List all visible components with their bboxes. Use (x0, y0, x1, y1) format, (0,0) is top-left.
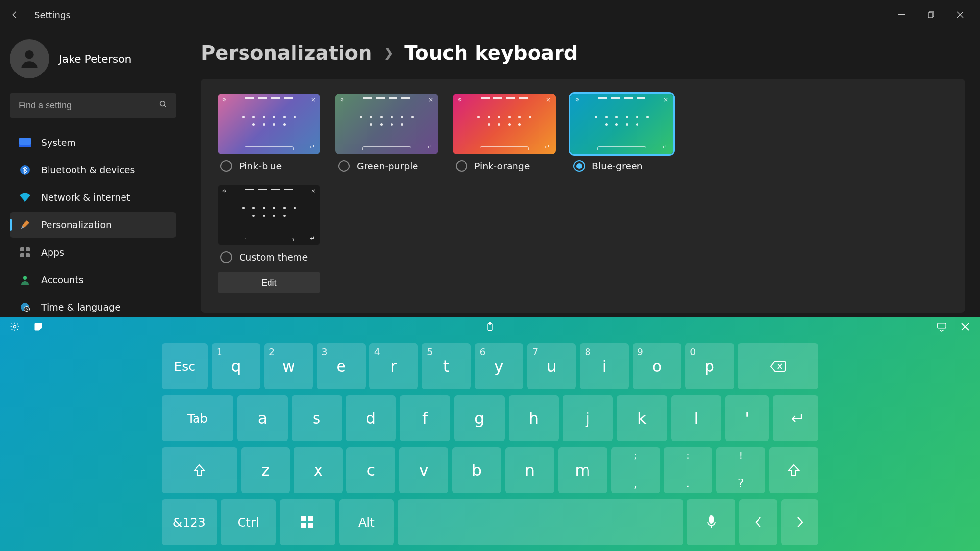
key-m[interactable]: m (558, 447, 607, 493)
key-t[interactable]: 5t (422, 343, 470, 389)
keyboard-clipboard-icon[interactable] (484, 321, 496, 333)
key-comma[interactable]: ;, (611, 447, 660, 493)
back-button[interactable] (5, 5, 24, 24)
svg-rect-23 (308, 523, 313, 528)
key-r[interactable]: 4r (369, 343, 418, 389)
key-g[interactable]: g (454, 395, 505, 441)
sidebar-item-bluetooth[interactable]: Bluetooth & devices (10, 157, 176, 183)
key-shift-right[interactable] (769, 447, 818, 493)
keyboard-sticker-icon[interactable] (32, 321, 44, 333)
key-shift-left[interactable] (162, 447, 237, 493)
key-j[interactable]: j (563, 395, 613, 441)
sidebar-item-system[interactable]: System (10, 130, 176, 155)
theme-thumb-pinkorange[interactable]: ⚙ × ↵ (453, 94, 556, 154)
key-c[interactable]: c (346, 447, 395, 493)
key-l[interactable]: l (671, 395, 722, 441)
wifi-icon (19, 191, 31, 204)
key-h[interactable]: h (509, 395, 559, 441)
key-s[interactable]: s (292, 395, 342, 441)
svg-rect-11 (26, 253, 30, 257)
key-numsym[interactable]: &123 (162, 499, 217, 545)
key-n[interactable]: n (505, 447, 554, 493)
key-z[interactable]: z (241, 447, 290, 493)
svg-rect-9 (26, 247, 30, 251)
svg-rect-2 (928, 13, 933, 18)
svg-point-16 (14, 326, 16, 328)
close-icon: × (546, 96, 551, 103)
key-right-arrow[interactable] (781, 499, 818, 545)
key-w[interactable]: 2w (264, 343, 313, 389)
key-e[interactable]: 3e (317, 343, 365, 389)
sidebar-item-apps[interactable]: Apps (10, 240, 176, 265)
close-icon: × (663, 96, 668, 103)
theme-thumb-greenpurple[interactable]: ⚙ × ↵ (335, 94, 438, 154)
key-p[interactable]: 0p (685, 343, 734, 389)
svg-point-4 (160, 101, 165, 106)
theme-thumb-pinkblue[interactable]: ⚙ × ↵ (218, 94, 320, 154)
svg-rect-10 (20, 253, 24, 257)
svg-rect-24 (710, 516, 713, 523)
close-icon: × (428, 96, 433, 103)
theme-radio-pinkorange[interactable]: Pink-orange (453, 160, 556, 172)
key-mic[interactable] (687, 499, 735, 545)
sidebar-item-network[interactable]: Network & internet (10, 185, 176, 210)
theme-radio-bluegreen[interactable]: Blue-green (570, 160, 673, 172)
key-windows[interactable] (280, 499, 335, 545)
theme-radio-pinkblue[interactable]: Pink-blue (218, 160, 320, 172)
keyboard-close-icon[interactable] (959, 321, 971, 333)
user-profile[interactable]: Jake Peterson (10, 39, 176, 78)
key-question[interactable]: !? (716, 447, 765, 493)
key-backspace[interactable] (738, 343, 818, 389)
close-icon: × (311, 188, 316, 194)
key-v[interactable]: v (399, 447, 448, 493)
theme-thumb-bluegreen[interactable]: ⚙ × ↵ (570, 94, 673, 154)
sidebar-item-accounts[interactable]: Accounts (10, 267, 176, 292)
key-ctrl[interactable]: Ctrl (221, 499, 276, 545)
key-period[interactable]: :. (664, 447, 713, 493)
theme-thumb-custom[interactable]: ⚙ × ↵ (218, 185, 320, 245)
enter-icon: ↵ (310, 144, 315, 150)
key-q[interactable]: 1q (212, 343, 260, 389)
minimize-button[interactable] (887, 5, 916, 24)
chevron-right-icon: ❯ (383, 46, 393, 60)
key-a[interactable]: a (237, 395, 288, 441)
search-input[interactable] (19, 100, 159, 111)
key-space[interactable] (398, 499, 683, 545)
enter-icon: ↵ (545, 144, 550, 150)
enter-icon: ↵ (310, 235, 315, 241)
key-u[interactable]: 7u (527, 343, 576, 389)
search-box[interactable] (10, 93, 176, 118)
breadcrumb-parent[interactable]: Personalization (201, 42, 372, 64)
key-apostrophe[interactable]: ' (725, 395, 769, 441)
monitor-icon (19, 136, 31, 149)
key-left-arrow[interactable] (739, 499, 777, 545)
key-o[interactable]: 9o (633, 343, 681, 389)
close-button[interactable] (946, 5, 975, 24)
breadcrumb: Personalization ❯ Touch keyboard (201, 42, 965, 64)
theme-radio-greenpurple[interactable]: Green-purple (335, 160, 438, 172)
keyboard-dock-icon[interactable] (936, 321, 948, 333)
enter-icon: ↵ (427, 144, 432, 150)
apps-icon (19, 246, 31, 259)
svg-rect-21 (308, 516, 313, 521)
sidebar-item-time[interactable]: Time & language (10, 294, 176, 320)
maximize-button[interactable] (916, 5, 946, 24)
avatar (10, 39, 49, 78)
key-i[interactable]: 8i (580, 343, 628, 389)
theme-radio-custom[interactable]: Custom theme (218, 251, 320, 263)
key-d[interactable]: d (346, 395, 396, 441)
key-f[interactable]: f (400, 395, 450, 441)
key-esc[interactable]: Esc (162, 343, 208, 389)
key-tab[interactable]: Tab (162, 395, 233, 441)
key-x[interactable]: x (294, 447, 343, 493)
sidebar-item-personalization[interactable]: Personalization (10, 212, 176, 238)
key-k[interactable]: k (617, 395, 667, 441)
key-b[interactable]: b (452, 447, 501, 493)
key-enter[interactable] (773, 395, 818, 441)
paintbrush-icon (19, 218, 31, 231)
key-y[interactable]: 6y (475, 343, 523, 389)
edit-theme-button[interactable]: Edit (218, 272, 320, 293)
keyboard-settings-icon[interactable] (9, 321, 21, 333)
search-icon (159, 100, 168, 111)
key-alt[interactable]: Alt (339, 499, 394, 545)
